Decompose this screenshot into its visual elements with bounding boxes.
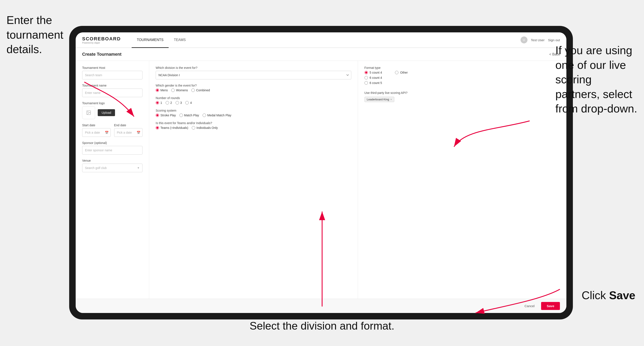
main-area: Tournament Host Tournament name Tourname… [76, 61, 566, 313]
annotation-live-scoring: If you are using one of our live scoring… [555, 43, 638, 116]
tournament-name-label: Tournament name [82, 84, 142, 87]
rounds-3-label: 3 [180, 101, 182, 104]
logo-upload-row: Upload [82, 106, 142, 119]
logo-area: SCOREBOARD Powered by clippit [82, 36, 121, 44]
api-label: Use third-party live scoring API? [364, 91, 560, 95]
teams-individuals-label: Individuals Only [196, 126, 218, 130]
rounds-3-radio[interactable] [176, 101, 179, 104]
format-options-group: 5 count 4 Other 6 count 4 [364, 71, 560, 85]
format-5count4[interactable]: 5 count 4 [364, 71, 382, 74]
gender-womens-radio[interactable] [171, 88, 175, 92]
scoring-stroke[interactable]: Stroke Play [156, 114, 176, 117]
date-row: Start date 📅 End date 📅 [82, 124, 142, 137]
gender-radio-group: Mens Womens Combined [156, 88, 351, 92]
format-6count4-radio[interactable] [364, 76, 368, 79]
venue-chevron-icon: ▼ [137, 167, 140, 170]
right-column: Format type 5 count 4 Other [358, 61, 566, 299]
format-other[interactable]: Other [395, 71, 408, 74]
calendar-icon: 📅 [105, 131, 108, 134]
user-name: Test User [531, 38, 544, 42]
tournament-host-group: Tournament Host [82, 66, 142, 79]
tournament-name-input[interactable] [82, 88, 142, 97]
scoring-medal[interactable]: Medal Match Play [202, 114, 231, 117]
gender-womens[interactable]: Womens [171, 88, 188, 92]
gender-mens[interactable]: Mens [156, 88, 168, 92]
scoring-medal-radio[interactable] [202, 114, 206, 117]
teams-teams-radio[interactable] [156, 126, 159, 130]
rounds-2-radio[interactable] [166, 101, 169, 104]
gender-mens-label: Mens [160, 88, 168, 92]
sponsor-label: Sponsor (optional) [82, 141, 142, 145]
gender-womens-label: Womens [176, 88, 188, 92]
page-title: Create Tournament [82, 52, 122, 57]
annotation-enter-details: Enter the tournament details. [6, 13, 80, 57]
middle-column: Which division is the event for? NCAA Di… [149, 61, 358, 299]
venue-select[interactable]: Search golf club ▼ [82, 164, 142, 172]
cancel-button[interactable]: Cancel [521, 302, 538, 310]
format-other-label: Other [400, 71, 408, 74]
gender-combined[interactable]: Combined [191, 88, 210, 92]
scoring-stroke-radio[interactable] [156, 114, 159, 117]
format-6count4[interactable]: 6 count 4 [364, 76, 382, 79]
user-avatar: U [520, 36, 528, 43]
format-6count5-radio[interactable] [364, 81, 368, 85]
teams-teams[interactable]: Teams (+Individuals) [156, 126, 188, 130]
tournament-host-input[interactable] [82, 71, 142, 79]
gender-combined-radio[interactable] [191, 88, 195, 92]
nav-tabs: TOURNAMENTS TEAMS [132, 32, 191, 47]
format-6count5-label: 6 count 5 [370, 81, 382, 85]
logo-title: SCOREBOARD [82, 36, 121, 42]
teams-label: Is this event for Teams and/or Individua… [156, 121, 351, 125]
teams-group: Is this event for Teams and/or Individua… [156, 121, 351, 130]
upload-button[interactable]: Upload [98, 109, 115, 116]
scoring-match-radio[interactable] [180, 114, 183, 117]
save-button[interactable]: Save [541, 302, 560, 310]
format-other-radio[interactable] [395, 71, 398, 74]
format-5count4-radio[interactable] [364, 71, 368, 74]
format-6count4-label: 6 count 4 [370, 76, 382, 79]
annotation-click-save: Click Save [582, 288, 635, 303]
division-select[interactable]: NCAA Division I [156, 71, 351, 79]
logo-subtitle: Powered by clippit [82, 42, 121, 44]
scoring-medal-label: Medal Match Play [207, 114, 231, 117]
end-date-wrap: 📅 [114, 128, 143, 137]
start-date-label: Start date [82, 124, 111, 127]
end-date-field: End date 📅 [114, 124, 143, 137]
rounds-4[interactable]: 4 [185, 101, 192, 104]
rounds-4-radio[interactable] [185, 101, 189, 104]
api-remove-button[interactable]: × [390, 98, 392, 101]
sponsor-group: Sponsor (optional) [82, 141, 142, 155]
rounds-1[interactable]: 1 [156, 101, 162, 104]
rounds-label: Number of rounds [156, 96, 351, 100]
venue-label: Venue [82, 159, 142, 162]
scoring-match[interactable]: Match Play [180, 114, 199, 117]
sponsor-input[interactable] [82, 146, 142, 155]
start-date-wrap: 📅 [82, 128, 111, 137]
teams-individuals-radio[interactable] [192, 126, 195, 130]
api-tag: Leaderboard King × [364, 97, 394, 102]
rounds-1-radio[interactable] [156, 101, 159, 104]
tournament-name-group: Tournament name [82, 84, 142, 97]
nav-tab-tournaments[interactable]: TOURNAMENTS [132, 32, 168, 48]
scoring-stroke-label: Stroke Play [160, 114, 176, 117]
teams-individuals[interactable]: Individuals Only [192, 126, 218, 130]
app-header: SCOREBOARD Powered by clippit TOURNAMENT… [76, 32, 566, 48]
format-type-group: Format type 5 count 4 Other [364, 66, 560, 85]
tournament-logo-group: Tournament logo Upload [82, 101, 142, 119]
scoring-match-label: Match Play [184, 114, 199, 117]
rounds-3[interactable]: 3 [176, 101, 182, 104]
dates-group: Start date 📅 End date 📅 [82, 124, 142, 137]
division-group: Which division is the event for? NCAA Di… [156, 66, 351, 79]
nav-tab-teams[interactable]: TEAMS [168, 32, 191, 48]
gender-group: Which gender is the event for? Mens Wome… [156, 84, 351, 92]
sign-out-link[interactable]: Sign out [548, 38, 560, 42]
format-row-2: 6 count 4 [364, 76, 560, 79]
gender-mens-radio[interactable] [156, 88, 159, 92]
format-6count5[interactable]: 6 count 5 [364, 81, 382, 85]
tablet-frame: SCOREBOARD Powered by clippit TOURNAMENT… [69, 26, 573, 320]
header-right: U Test User Sign out [520, 36, 560, 43]
rounds-2[interactable]: 2 [166, 101, 172, 104]
tablet-screen: SCOREBOARD Powered by clippit TOURNAMENT… [76, 32, 566, 313]
gender-label: Which gender is the event for? [156, 84, 351, 87]
sub-header: Create Tournament < Back [76, 48, 566, 61]
